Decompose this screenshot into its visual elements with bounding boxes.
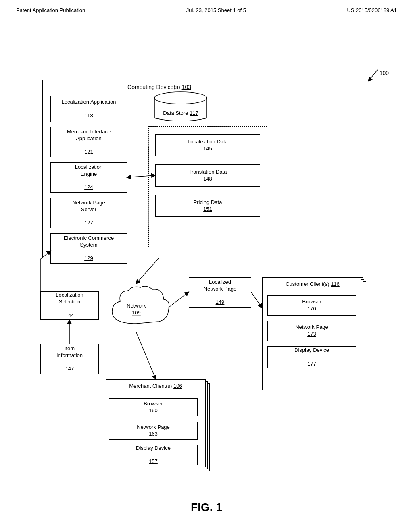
svg-line-9 <box>251 292 262 308</box>
svg-text:109: 109 <box>132 310 141 316</box>
item-information-box: ItemInformation 147 <box>40 344 99 374</box>
localization-selection-box: LocalizationSelection 144 <box>40 291 99 320</box>
localized-network-page-box: LocalizedNetwork Page 149 <box>189 277 251 308</box>
header-right: US 2015/0206189 A1 <box>347 7 397 13</box>
network-page-163-box: Network Page 163 <box>109 422 198 440</box>
data-store-svg <box>152 89 209 121</box>
svg-text:Network: Network <box>127 303 146 309</box>
diagram-area: 100 Computing Device(s) 103 Localization… <box>0 17 413 493</box>
display-device-177-box: Display Device 177 <box>267 346 356 368</box>
network-page-173-box: Network Page 173 <box>267 321 356 341</box>
svg-point-2 <box>154 92 207 104</box>
merchant-interface-box: Merchant InterfaceApplication 121 <box>50 127 127 157</box>
display-device-157-box: Display Device 157 <box>109 445 198 465</box>
localization-app-box: Localization Application 118 <box>50 96 127 122</box>
ref-arrow-svg <box>365 68 390 84</box>
data-store-label: Data Store 117 <box>152 110 209 116</box>
pricing-data-box: Pricing Data 151 <box>155 195 260 217</box>
customer-stack-2 <box>363 281 366 390</box>
localization-data-box: Localization Data 145 <box>155 134 260 156</box>
localization-engine-box: LocalizationEngine 124 <box>50 162 127 193</box>
figure-label: FIG. 1 <box>0 493 413 522</box>
browser-170-box: Browser 170 <box>267 295 356 316</box>
electronic-commerce-box: Electronic CommerceSystem 129 <box>50 233 127 264</box>
network-cloud-svg: Network 109 <box>104 283 169 332</box>
svg-line-0 <box>369 70 378 80</box>
svg-line-6 <box>136 258 159 283</box>
svg-line-7 <box>136 332 156 379</box>
svg-line-8 <box>169 292 188 308</box>
page-header: Patent Application Publication Jul. 23, … <box>0 0 413 17</box>
network-page-server-box: Network PageServer 127 <box>50 198 127 228</box>
browser-160-box: Browser 160 <box>109 398 198 416</box>
customer-clients-label: Customer Client(s) 116 <box>263 281 363 288</box>
translation-data-box: Translation Data 148 <box>155 164 260 187</box>
header-center: Jul. 23, 2015 Sheet 1 of 5 <box>186 7 246 13</box>
header-left: Patent Application Publication <box>16 7 85 13</box>
